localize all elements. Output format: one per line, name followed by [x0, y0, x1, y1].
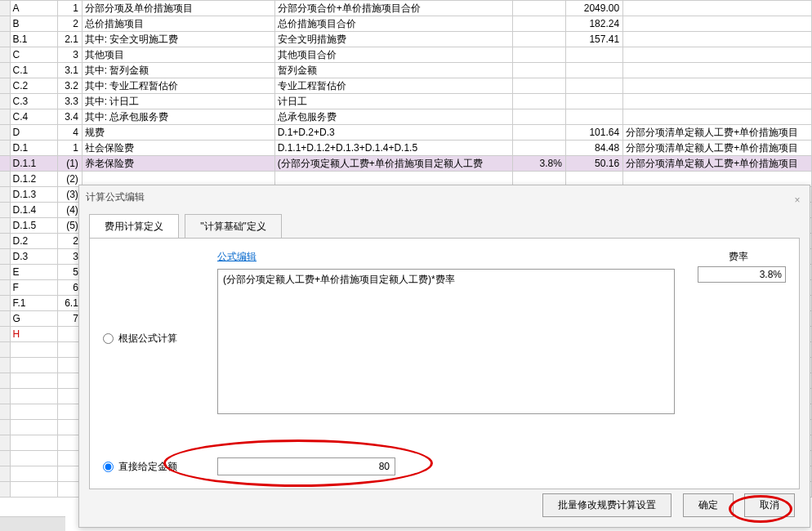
cell-id[interactable]: C — [10, 47, 57, 63]
batch-modify-button[interactable]: 批量修改规费计算设置 — [542, 493, 671, 517]
row-header[interactable] — [0, 78, 10, 94]
row-header[interactable] — [0, 234, 10, 249]
cell-id[interactable]: B — [10, 16, 57, 32]
cell-id[interactable]: D.1.3 — [10, 187, 57, 203]
cell-pct[interactable] — [512, 47, 565, 63]
cell-pct[interactable] — [512, 125, 565, 141]
cell-pct[interactable] — [512, 109, 565, 125]
table-row[interactable]: C.43.4其中: 总承包服务费总承包服务费 — [0, 109, 812, 125]
cell-num[interactable]: (1) — [57, 156, 82, 172]
cell-amt[interactable] — [565, 47, 622, 63]
row-header[interactable] — [0, 187, 10, 203]
cell-desc[interactable]: (分部分项定额人工费+单价措施项目定额人工费 — [274, 156, 512, 172]
cell-num[interactable]: 1 — [57, 141, 82, 156]
row-header[interactable] — [0, 1, 10, 16]
cell-desc[interactable]: 总承包服务费 — [274, 109, 512, 125]
cell-desc[interactable]: 其他项目合价 — [274, 47, 512, 63]
cell-num[interactable]: 3.1 — [57, 63, 82, 78]
cell-id[interactable]: C.2 — [10, 78, 57, 94]
row-header[interactable] — [0, 311, 10, 327]
cell-num[interactable]: 3.4 — [57, 109, 82, 125]
cell-amt[interactable]: 2049.00 — [565, 1, 622, 16]
table-row[interactable]: D.11社会保险费D.1.1+D.1.2+D.1.3+D.1.4+D.1.584… — [0, 141, 812, 156]
row-header[interactable] — [0, 280, 10, 296]
cell-pct[interactable] — [512, 78, 565, 94]
direct-amount-input[interactable] — [217, 457, 395, 475]
cell-id[interactable]: C.3 — [10, 94, 57, 109]
cell-note[interactable] — [623, 1, 812, 16]
formula-textarea[interactable]: (分部分项定额人工费+单价措施项目定额人工费)*费率 — [217, 269, 675, 414]
table-row[interactable]: C.33.3其中: 计日工计日工 — [0, 94, 812, 109]
cell-id[interactable]: H — [10, 327, 57, 342]
cell-desc[interactable]: D.1.1+D.1.2+D.1.3+D.1.4+D.1.5 — [274, 141, 512, 156]
row-header[interactable] — [0, 265, 10, 280]
close-icon[interactable]: × — [790, 189, 805, 203]
cell-id[interactable]: G — [10, 311, 57, 327]
table-row[interactable]: B.12.1其中: 安全文明施工费安全文明措施费157.41 — [0, 32, 812, 47]
cell-id[interactable]: D.3 — [10, 249, 57, 265]
cell-id[interactable]: D.1.1 — [10, 156, 57, 172]
cell-id[interactable]: C.4 — [10, 109, 57, 125]
cell-note[interactable] — [623, 47, 812, 63]
cell-num[interactable]: 2 — [57, 16, 82, 32]
row-header[interactable] — [0, 63, 10, 78]
cell-id[interactable]: D.1 — [10, 141, 57, 156]
cell-pct[interactable] — [512, 16, 565, 32]
row-header[interactable] — [0, 109, 10, 125]
radio-by-formula[interactable] — [103, 333, 114, 344]
cell-name[interactable]: 其他项目 — [82, 47, 274, 63]
radio-by-formula-label[interactable]: 根据公式计算 — [103, 332, 217, 346]
tab-basis-definition[interactable]: "计算基础"定义 — [185, 214, 282, 239]
cell-id[interactable]: D.1.5 — [10, 218, 57, 234]
cell-name[interactable]: 总价措施项目 — [82, 16, 274, 32]
row-header[interactable] — [0, 296, 10, 311]
table-row[interactable]: C.13.1其中: 暂列金额暂列金额 — [0, 63, 812, 78]
table-row[interactable]: A1分部分项及单价措施项目分部分项合价+单价措施项目合价2049.00 — [0, 1, 812, 16]
cell-desc[interactable]: 总价措施项目合价 — [274, 16, 512, 32]
cell-id[interactable]: B.1 — [10, 32, 57, 47]
cell-note[interactable] — [623, 32, 812, 47]
cell-name[interactable]: 其中: 安全文明施工费 — [82, 32, 274, 47]
cell-num[interactable]: 3.3 — [57, 94, 82, 109]
row-header[interactable] — [0, 203, 10, 218]
cell-name[interactable]: 分部分项及单价措施项目 — [82, 1, 274, 16]
cell-name[interactable]: 规费 — [82, 125, 274, 141]
cell-pct[interactable] — [512, 1, 565, 16]
table-row[interactable]: C.23.2其中: 专业工程暂估价专业工程暂估价 — [0, 78, 812, 94]
cell-id[interactable]: E — [10, 265, 57, 280]
row-header[interactable] — [0, 156, 10, 172]
table-row[interactable]: D4规费D.1+D.2+D.3101.64分部分项清单定额人工费+单价措施项目 — [0, 125, 812, 141]
rate-input[interactable] — [698, 266, 786, 283]
cell-id[interactable]: D — [10, 125, 57, 141]
cell-desc[interactable]: 专业工程暂估价 — [274, 78, 512, 94]
cell-desc[interactable]: 分部分项合价+单价措施项目合价 — [274, 1, 512, 16]
cell-amt[interactable] — [565, 94, 622, 109]
cell-amt[interactable] — [565, 63, 622, 78]
row-header[interactable] — [0, 249, 10, 265]
row-header[interactable] — [0, 32, 10, 47]
cell-note[interactable]: 分部分项清单定额人工费+单价措施项目 — [623, 156, 812, 172]
cell-num[interactable]: 4 — [57, 125, 82, 141]
cell-pct[interactable] — [512, 32, 565, 47]
row-header[interactable] — [0, 47, 10, 63]
cell-name[interactable]: 社会保险费 — [82, 141, 274, 156]
cell-name[interactable]: 其中: 计日工 — [82, 94, 274, 109]
cell-note[interactable] — [623, 63, 812, 78]
cell-amt[interactable] — [565, 109, 622, 125]
cell-note[interactable]: 分部分项清单定额人工费+单价措施项目 — [623, 141, 812, 156]
cell-desc[interactable]: 暂列金额 — [274, 63, 512, 78]
cancel-button[interactable]: 取消 — [744, 493, 795, 517]
cell-note[interactable] — [623, 109, 812, 125]
cell-pct[interactable] — [512, 63, 565, 78]
cell-id[interactable]: D.1.4 — [10, 203, 57, 218]
dialog-title-bar[interactable]: 计算公式编辑 × — [79, 185, 810, 208]
cell-num[interactable]: 3.2 — [57, 78, 82, 94]
cell-amt[interactable] — [565, 78, 622, 94]
cell-desc[interactable]: D.1+D.2+D.3 — [274, 125, 512, 141]
cell-note[interactable] — [623, 16, 812, 32]
cell-name[interactable]: 其中: 总承包服务费 — [82, 109, 274, 125]
row-header[interactable] — [0, 327, 10, 342]
ok-button[interactable]: 确定 — [683, 493, 734, 517]
row-header[interactable] — [0, 141, 10, 156]
tab-fee-definition[interactable]: 费用计算定义 — [89, 214, 179, 239]
